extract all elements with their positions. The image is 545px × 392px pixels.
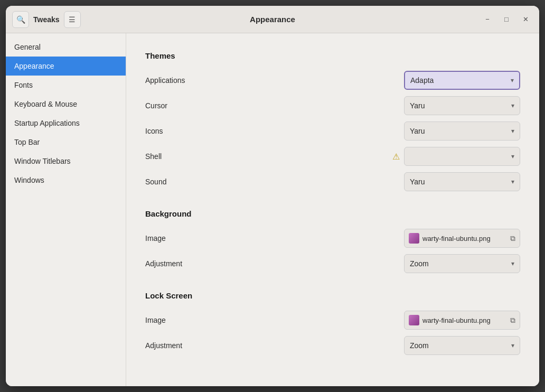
sidebar: General Appearance Fonts Keyboard & Mous… [6,33,126,386]
maximize-button[interactable]: □ [499,12,514,27]
background-section-title: Background [145,209,520,218]
sidebar-item-windows[interactable]: Windows [6,171,126,190]
cursor-label: Cursor [145,101,167,110]
applications-chevron-icon: ▾ [511,77,514,84]
close-button[interactable]: ✕ [518,12,533,27]
background-image-row: Image warty-final-ubuntu.png ⧉ [145,226,520,251]
background-adjustment-value: Zoom [410,259,429,268]
lockscreen-image-field[interactable]: warty-final-ubuntu.png ⧉ [404,311,520,330]
background-image-field[interactable]: warty-final-ubuntu.png ⧉ [404,229,520,248]
menu-button[interactable]: ☰ [64,11,81,28]
background-image-copy-icon[interactable]: ⧉ [510,234,515,243]
app-title: Tweaks [33,15,60,24]
sidebar-item-startup-applications[interactable]: Startup Applications [6,114,126,133]
lockscreen-adjustment-label: Adjustment [145,341,182,350]
shell-chevron-icon: ▾ [511,153,514,160]
shell-row: Shell ⚠ ▾ [145,144,520,169]
icons-dropdown[interactable]: Yaru ▾ [404,122,520,141]
lockscreen-image-copy-icon[interactable]: ⧉ [510,316,515,325]
sidebar-item-top-bar[interactable]: Top Bar [6,133,126,152]
window-title: Appearance [128,15,417,24]
icons-chevron-icon: ▾ [511,127,514,135]
lockscreen-adjustment-dropdown[interactable]: Zoom ▾ [404,336,520,355]
icons-row: Icons Yaru ▾ [145,118,520,144]
sound-row: Sound Yaru ▾ [145,169,520,194]
background-adjustment-row: Adjustment Zoom ▾ [145,251,520,276]
shell-label: Shell [145,152,162,161]
applications-dropdown[interactable]: Adapta ▾ [404,71,520,90]
cursor-value: Yaru [410,101,425,110]
background-image-value: warty-final-ubuntu.png [422,235,491,242]
background-image-thumb [409,233,419,244]
titlebar-right: − □ ✕ [417,12,533,27]
icons-label: Icons [145,127,163,135]
background-image-inner: warty-final-ubuntu.png [409,233,491,244]
lockscreen-adjustment-row: Adjustment Zoom ▾ [145,333,520,358]
lockscreen-adjustment-chevron-icon: ▾ [511,342,514,349]
titlebar: 🔍 Tweaks ☰ Appearance − □ ✕ [6,6,539,33]
minimize-button[interactable]: − [480,12,495,27]
applications-label: Applications [145,76,185,85]
sidebar-item-fonts[interactable]: Fonts [6,76,126,95]
content-area: General Appearance Fonts Keyboard & Mous… [6,33,539,386]
sound-chevron-icon: ▾ [511,178,514,185]
background-image-label: Image [145,234,166,242]
cursor-chevron-icon: ▾ [511,102,514,109]
shell-warning-icon: ⚠ [392,152,400,162]
lockscreen-adjustment-value: Zoom [410,341,429,350]
background-adjustment-dropdown[interactable]: Zoom ▾ [404,254,520,273]
sidebar-item-general[interactable]: General [6,38,126,57]
background-adjustment-chevron-icon: ▾ [511,260,514,267]
sidebar-item-keyboard-mouse[interactable]: Keyboard & Mouse [6,95,126,114]
sound-value: Yaru [410,178,425,186]
titlebar-left: 🔍 Tweaks ☰ [12,11,128,28]
main-panel: Themes Applications Adapta ▾ Cursor Yaru… [126,33,539,386]
shell-dropdown[interactable]: ▾ [404,147,520,166]
background-adjustment-label: Adjustment [145,259,182,268]
applications-row: Applications Adapta ▾ [145,68,520,93]
sound-dropdown[interactable]: Yaru ▾ [404,172,520,191]
applications-value: Adapta [410,76,434,85]
cursor-dropdown[interactable]: Yaru ▾ [404,96,520,115]
sidebar-item-appearance[interactable]: Appearance [6,57,126,76]
lock-screen-section-title: Lock Screen [145,291,520,300]
lockscreen-image-row: Image warty-final-ubuntu.png ⧉ [145,307,520,333]
cursor-row: Cursor Yaru ▾ [145,93,520,118]
themes-section-title: Themes [145,51,520,60]
main-window: 🔍 Tweaks ☰ Appearance − □ ✕ General Appe… [6,6,539,386]
lockscreen-image-inner: warty-final-ubuntu.png [409,315,491,325]
shell-row-right: ⚠ ▾ [392,147,520,166]
lockscreen-image-label: Image [145,316,166,324]
icons-value: Yaru [410,127,425,135]
lockscreen-image-thumb [409,315,419,325]
lockscreen-image-value: warty-final-ubuntu.png [422,316,491,324]
search-button[interactable]: 🔍 [12,11,29,28]
sidebar-item-window-titlebars[interactable]: Window Titlebars [6,152,126,171]
sound-label: Sound [145,178,166,186]
